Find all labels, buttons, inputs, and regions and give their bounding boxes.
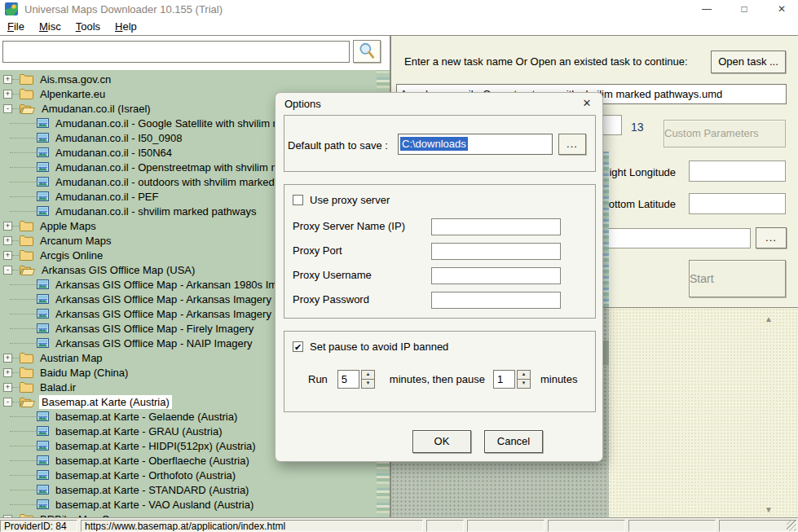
folder-closed-icon: [20, 74, 33, 85]
expand-icon[interactable]: +: [3, 222, 12, 231]
expand-icon[interactable]: +: [3, 236, 12, 245]
tree-item-label: Arcanum Maps: [37, 234, 113, 248]
map-tile-icon: [37, 118, 49, 128]
folder-closed-icon: [20, 221, 33, 231]
proxy-field-input[interactable]: [431, 218, 561, 235]
bottom-latitude-field[interactable]: [689, 193, 786, 214]
proxy-field-label: Proxy Port: [293, 244, 342, 257]
window-title: Universal Maps Downloader 10.155 (Trial): [24, 3, 223, 15]
tree-connector: [10, 314, 36, 314]
search-button[interactable]: [353, 40, 381, 63]
right-longitude-field[interactable]: [689, 160, 786, 182]
use-proxy-label: Use proxy server: [310, 194, 390, 206]
tree-connector: [12, 108, 19, 109]
custom-parameters-button[interactable]: Custom Parameters: [664, 120, 786, 147]
log-area: [609, 308, 798, 517]
menu-item-file[interactable]: File: [0, 18, 32, 35]
folder-open-icon: [20, 397, 35, 407]
start-button[interactable]: Start: [689, 260, 786, 297]
expand-icon[interactable]: +: [3, 75, 12, 84]
tree-connector: [12, 255, 19, 256]
title-bar: Universal Maps Downloader 10.155 (Trial)…: [0, 0, 798, 18]
minimize-icon[interactable]: —: [694, 0, 719, 18]
menu-item-tools[interactable]: Tools: [68, 18, 108, 35]
minutes-label: minutes: [540, 373, 578, 385]
tree-connector: [12, 94, 19, 95]
collapse-icon[interactable]: -: [3, 398, 12, 407]
tree-connector: [10, 123, 36, 124]
tree-connector: [10, 211, 36, 212]
expand-icon[interactable]: +: [3, 383, 12, 392]
expand-icon[interactable]: +: [3, 368, 12, 377]
proxy-field-input[interactable]: [431, 243, 561, 260]
tree-item-label: Arkansas GIS Offlice Map - Firely Imager…: [53, 322, 256, 336]
tree-item[interactable]: basemap.at Karte - VAO Ausland (Austria): [0, 497, 377, 512]
dialog-close-icon[interactable]: ✕: [580, 96, 594, 111]
expand-icon[interactable]: +: [3, 354, 12, 363]
map-tile-icon: [37, 323, 49, 333]
run-minutes-up-icon[interactable]: ▲: [361, 370, 375, 380]
default-path-field[interactable]: C:\downloads: [398, 134, 553, 155]
use-proxy-checkbox[interactable]: [293, 195, 303, 205]
folder-closed-icon: [20, 235, 33, 246]
tree-item-label: Arkansas GIS Offlice Map (USA): [39, 263, 197, 277]
search-input[interactable]: [2, 41, 350, 63]
tree-connector: [12, 402, 19, 402]
status-cell: [628, 520, 716, 532]
cancel-button[interactable]: Cancel: [484, 430, 543, 453]
ok-button[interactable]: OK: [412, 430, 471, 453]
tree-connector: [10, 328, 36, 329]
folder-open-icon: [20, 103, 35, 114]
run-minutes-down-icon[interactable]: ▼: [361, 380, 375, 389]
tree-connector: [10, 504, 36, 505]
tree-connector: [10, 460, 36, 461]
then-pause-label: minutes, then pause: [390, 373, 485, 385]
tree-item[interactable]: +Ais.msa.gov.cn: [0, 72, 377, 86]
default-path-browse-button[interactable]: ...: [558, 134, 586, 155]
bottom-latitude-label: Bottom Latitude: [602, 198, 676, 210]
tree-item-label: Arcgis Online: [37, 248, 105, 262]
menu-item-help[interactable]: Help: [108, 18, 144, 35]
menu-item-misc[interactable]: Misc: [32, 18, 68, 35]
set-pause-checkbox[interactable]: ✔: [293, 341, 303, 352]
tree-item-label: Arkansas GIS Offlice Map - Arkansas Imag…: [53, 307, 289, 321]
browse-button[interactable]: ...: [756, 227, 787, 248]
map-preview-edge: [603, 152, 609, 307]
right-longitude-label: Right Longitude: [602, 166, 676, 178]
collapse-icon[interactable]: -: [3, 104, 12, 113]
tree-connector: [12, 387, 19, 388]
maximize-icon[interactable]: □: [732, 0, 756, 18]
expand-icon[interactable]: +: [3, 251, 12, 260]
tree-connector: [10, 299, 36, 300]
tree-item-label: Amudanan.co.il - Openstreetmap with shvi…: [53, 160, 282, 174]
scroll-up-icon[interactable]: ▲: [765, 314, 773, 323]
tree-item[interactable]: basemap.at Karte - Orthofoto (Austria): [0, 468, 377, 482]
scroll-down-icon[interactable]: ▼: [765, 505, 773, 514]
tree-item[interactable]: basemap.at Karte - STANDARD (Austria): [0, 482, 377, 497]
app-window: Universal Maps Downloader 10.155 (Trial)…: [0, 0, 798, 532]
close-icon[interactable]: ✕: [769, 0, 794, 18]
map-tile-icon: [37, 162, 49, 172]
pause-minutes-up-icon[interactable]: ▲: [517, 370, 531, 380]
status-cell: [548, 520, 625, 532]
tree-item-label: Amudanan.co.il - Google Satellite with s…: [53, 117, 284, 130]
run-minutes-value[interactable]: 5: [337, 370, 359, 389]
expand-icon[interactable]: +: [3, 90, 12, 99]
run-minutes-stepper: 5 ▲ ▼: [337, 370, 375, 389]
status-cell: [467, 520, 544, 532]
proxy-field-input[interactable]: [431, 292, 561, 309]
open-task-button[interactable]: Open task ...: [711, 51, 786, 73]
collapse-icon[interactable]: -: [3, 266, 12, 275]
map-tile-icon: [37, 279, 49, 289]
status-url: https://www.basemap.at/application/index…: [81, 520, 423, 532]
proxy-field-input[interactable]: [431, 267, 561, 284]
pause-minutes-down-icon[interactable]: ▼: [517, 380, 531, 389]
default-path-label: Default path to save :: [288, 139, 388, 152]
pause-minutes-value[interactable]: 1: [493, 370, 515, 389]
tree-item[interactable]: +BRBike Map Compare: [0, 512, 377, 517]
task-prompt-label: Enter a new task name Or Open an existed…: [404, 55, 688, 68]
tree-connector: [10, 490, 36, 490]
folder-closed-icon: [20, 382, 33, 393]
proxy-field-label: Proxy Password: [293, 293, 369, 306]
folder-closed-icon: [20, 353, 33, 363]
